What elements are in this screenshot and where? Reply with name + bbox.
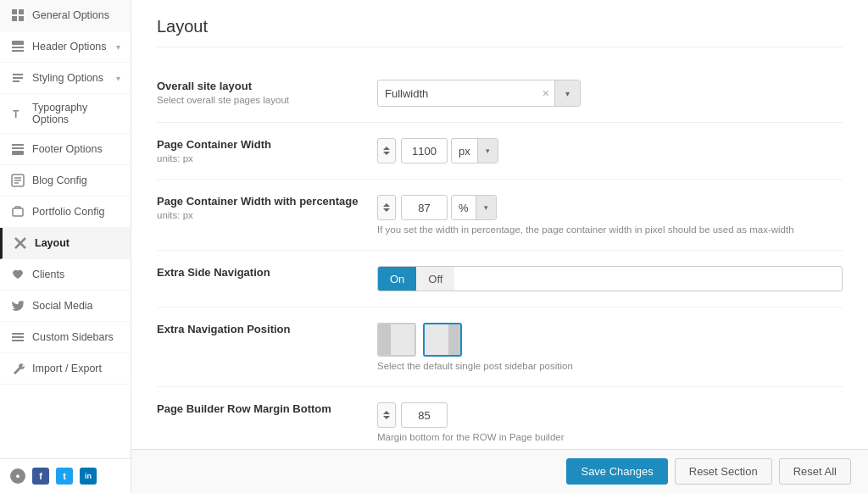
sidebar-item-label: Custom Sidebars	[32, 331, 114, 343]
pos-main-left	[391, 324, 415, 355]
spinner-icon[interactable]	[377, 138, 396, 163]
sidebar-item-label: Blog Config	[32, 174, 87, 186]
twitter-icon	[10, 298, 25, 313]
svg-rect-22	[12, 336, 24, 338]
sidebar-item-label: Clients	[32, 269, 64, 280]
unit-select[interactable]: px ▾	[451, 138, 498, 163]
hint-text: Select the default single post sidebar p…	[377, 361, 843, 371]
sidebar-item-label: Portfolio Config	[32, 206, 104, 218]
label-title: Extra Side Navigation	[157, 266, 377, 279]
label-title: Page Container Width	[157, 138, 377, 151]
reset-section-button[interactable]: Reset Section	[675, 458, 772, 485]
setting-control-overall-site-layout: Fullwidth × ▾	[377, 80, 843, 107]
dropdown-arrow-icon[interactable]: ▾	[554, 80, 580, 106]
setting-row-page-builder-row-margin: Page Builder Row Margin Bottom Margin bo…	[157, 387, 843, 449]
position-selector	[377, 323, 843, 357]
unit-select[interactable]: % ▾	[451, 195, 497, 220]
label-title: Extra Navigation Position	[157, 323, 377, 335]
sidebar-item-typography-options[interactable]: T Typography Options	[0, 94, 131, 134]
sidebar-item-custom-sidebars[interactable]: Custom Sidebars	[0, 322, 131, 353]
spinner-icon[interactable]	[377, 402, 396, 428]
setting-label-page-builder-row-margin: Page Builder Row Margin Bottom	[157, 402, 377, 418]
number-input-page-builder-row-margin[interactable]	[401, 402, 448, 428]
sidebar-item-label: Social Media	[32, 300, 93, 312]
number-unit-wrap: px ▾	[377, 138, 843, 163]
svg-rect-5	[12, 47, 24, 48]
label-title: Page Container Width with percentage	[157, 195, 377, 208]
typography-icon: T	[10, 106, 25, 121]
toggle-extra-side-navigation: On Off	[377, 266, 843, 291]
label-title: Page Builder Row Margin Bottom	[157, 402, 377, 415]
sidebar-item-footer-options[interactable]: Footer Options	[0, 134, 131, 165]
unit-arrow-icon[interactable]: ▾	[476, 196, 496, 219]
svg-rect-2	[12, 16, 17, 21]
unit-value: px	[452, 145, 477, 158]
setting-label-overall-site-layout: Overall site layout Select overall ste p…	[157, 80, 377, 105]
hint-text: Margin bottom for the ROW in Page builde…	[377, 432, 843, 442]
sidebar-item-portfolio-config[interactable]: Portfolio Config	[0, 197, 131, 228]
svg-rect-13	[12, 151, 24, 155]
unit-arrow-icon[interactable]: ▾	[477, 139, 498, 163]
wrench-icon	[10, 361, 25, 376]
sidebar-item-clients[interactable]: Clients	[0, 259, 131, 291]
dropdown-value: Fullwidth	[378, 87, 537, 100]
svg-marker-28	[383, 411, 390, 414]
svg-rect-18	[13, 208, 23, 216]
number-input-page-container-width[interactable]	[401, 138, 448, 163]
sidebar-item-label: Typography Options	[32, 102, 120, 125]
position-left-option[interactable]	[377, 323, 416, 357]
sidebar-item-label: Import / Export	[32, 363, 102, 374]
chevron-icon: ▾	[116, 42, 120, 52]
number-unit-wrap: % ▾	[377, 195, 843, 220]
sidebar-item-label: General Options	[32, 9, 109, 21]
number-input-page-container-width-pct[interactable]	[401, 195, 448, 220]
svg-rect-12	[12, 147, 24, 149]
sidebar-footer: ● f t in	[0, 458, 131, 493]
twitter-icon[interactable]: t	[56, 468, 73, 485]
save-changes-button[interactable]: Save Changes	[566, 458, 667, 485]
setting-label-page-container-width: Page Container Width units: px	[157, 138, 377, 163]
sidebar-item-layout[interactable]: Layout	[0, 228, 131, 259]
sidebar-item-label: Footer Options	[32, 143, 103, 155]
svg-rect-3	[19, 16, 24, 21]
reset-all-button[interactable]: Reset All	[779, 458, 851, 485]
setting-row-page-container-width-pct: Page Container Width with percentage uni…	[157, 180, 843, 251]
heart-icon	[10, 267, 25, 282]
svg-rect-21	[12, 333, 24, 335]
svg-rect-11	[12, 144, 24, 146]
setting-row-overall-site-layout: Overall site layout Select overall ste p…	[157, 64, 843, 123]
sidebar-item-header-options[interactable]: Header Options ▾	[0, 31, 131, 63]
sidebar-item-import-export[interactable]: Import / Export	[0, 353, 131, 385]
setting-label-page-container-width-pct: Page Container Width with percentage uni…	[157, 195, 377, 220]
setting-label-extra-navigation-position: Extra Navigation Position	[157, 323, 377, 338]
spinner-icon[interactable]	[377, 195, 396, 220]
linkedin-icon[interactable]: in	[80, 468, 97, 485]
setting-row-page-container-width: Page Container Width units: px px ▾	[157, 123, 843, 180]
number-single-wrap	[377, 402, 843, 428]
portfolio-icon	[10, 204, 25, 219]
svg-rect-1	[19, 9, 24, 14]
svg-marker-27	[383, 208, 390, 212]
svg-marker-29	[383, 416, 390, 419]
sidebar-item-styling-options[interactable]: Styling Options ▾	[0, 63, 131, 94]
blog-icon	[10, 173, 25, 188]
sidebar-item-general-options[interactable]: General Options	[0, 0, 131, 31]
circle-social-icon[interactable]: ●	[10, 468, 25, 484]
svg-marker-24	[383, 147, 390, 150]
settings-panel: Layout Overall site layout Select overal…	[131, 0, 868, 449]
setting-control-page-container-width: px ▾	[377, 138, 843, 163]
x-icon	[13, 235, 28, 251]
pos-sidebar-right	[448, 324, 460, 355]
dropdown-overall-site-layout[interactable]: Fullwidth × ▾	[377, 80, 581, 107]
sidebar-item-social-media[interactable]: Social Media	[0, 291, 131, 322]
pos-sidebar-left	[379, 324, 391, 355]
position-right-option[interactable]	[423, 323, 462, 357]
chevron-icon: ▾	[116, 74, 120, 83]
dropdown-clear-icon[interactable]: ×	[537, 86, 554, 100]
sidebar-item-blog-config[interactable]: Blog Config	[0, 165, 131, 197]
facebook-icon[interactable]: f	[32, 468, 49, 485]
hint-text: If you set the width in percentage, the …	[377, 224, 843, 235]
bottom-bar: Save Changes Reset Section Reset All	[131, 449, 868, 493]
toggle-off-button[interactable]: Off	[416, 267, 454, 291]
toggle-on-button[interactable]: On	[378, 267, 416, 291]
